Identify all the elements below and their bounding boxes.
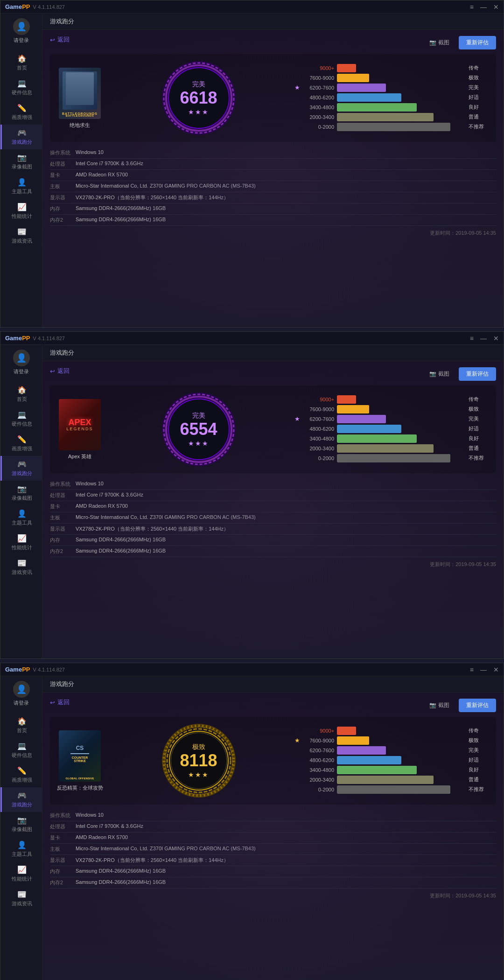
sidebar-label-hardware-3: 硬件信息	[12, 752, 32, 759]
sidebar-item-home-2[interactable]: 🏠首页	[0, 382, 42, 406]
back-button-2[interactable]: ↩ 返回	[50, 367, 70, 375]
pyramid-bar-wrap-5	[337, 444, 466, 453]
sidebar-item-enhance-1[interactable]: ✏️ 画质增强	[0, 100, 42, 125]
pyramid-bar-wrap-3	[337, 756, 466, 764]
reeval-button-3[interactable]: 重新评估	[459, 699, 496, 712]
sidebar-item-tools-3[interactable]: 👤主题工具	[0, 837, 42, 861]
pyramid-bar-wrap-2	[337, 746, 466, 755]
login-text-1[interactable]: 请登录	[14, 37, 29, 44]
main-layout-3: 👤 请登录 🏠首页 💻硬件信息 ✏️画质增强 🎮游戏跑分 📷录像截图 👤主题工具…	[0, 676, 504, 980]
spec-row-0: 操作系统Windows 10	[50, 481, 496, 490]
title-bar-3: GamePP V 4.1.114.827 ≡ — ✕	[0, 663, 504, 676]
sidebar-item-record-3[interactable]: 📷录像截图	[0, 812, 42, 837]
close-icon-1[interactable]: ✕	[493, 3, 499, 11]
score-label-2: 完美	[180, 412, 217, 420]
spec-value-6: Samsung DDR4-2666(2666MHz) 16GB	[76, 879, 166, 886]
sidebar-item-score-2[interactable]: 🎮游戏跑分	[0, 456, 42, 481]
main-layout-1: 👤 请登录 🏠 首页 💻 硬件信息 ✏️ 画质增强 🎮 游戏跑分 📷 录像	[0, 14, 504, 327]
tools-icon-2: 👤	[17, 509, 27, 518]
sidebar-item-enhance-3[interactable]: ✏️画质增强	[0, 763, 42, 787]
sidebar-item-tools-1[interactable]: 👤 主题工具	[0, 174, 42, 199]
sidebar-item-news-2[interactable]: 📰游戏资讯	[0, 555, 42, 580]
sidebar-item-home-1[interactable]: 🏠 首页	[0, 50, 42, 75]
screenshot-button-1[interactable]: 📷 截图	[429, 39, 449, 47]
back-button-1[interactable]: ↩ 返回	[50, 35, 70, 44]
reeval-button-1[interactable]: 重新评估	[459, 36, 496, 49]
spec-value-0: Windows 10	[76, 812, 104, 819]
sidebar-item-perf-1[interactable]: 📈 性能统计	[0, 199, 42, 224]
pyramid-range-3: 4800-6200	[301, 757, 334, 763]
reeval-button-2[interactable]: 重新评估	[459, 367, 496, 381]
pyramid-range-1: 7600-9000	[301, 75, 334, 81]
spec-label-2: 显卡	[50, 834, 76, 841]
sidebar-label-news-2: 游戏资讯	[12, 569, 32, 576]
spec-row-3: 主板Micro-Star International Co, Ltd. Z370…	[50, 183, 496, 192]
sidebar-label-record-2: 录像截图	[12, 495, 32, 502]
sidebar-item-hardware-1[interactable]: 💻 硬件信息	[0, 75, 42, 100]
pyramid-bar-wrap-6	[337, 123, 466, 131]
pyramid-section-2: 9000+传奇7600-9000极致★6200-7600完美4800-6200好…	[294, 395, 490, 464]
minimize-icon-2[interactable]: —	[480, 335, 487, 342]
pyramid-bar-1	[337, 74, 369, 82]
spec-row-2: 显卡AMD Radeon RX 5700	[50, 172, 496, 181]
back-label-2: 返回	[57, 367, 70, 375]
spec-value-4: VX2780-2K-PRO（当前分辨率：2560×1440 当前刷新率：144H…	[76, 857, 229, 864]
back-button-3[interactable]: ↩ 返回	[50, 698, 70, 707]
sidebar-item-news-1[interactable]: 📰 游戏资讯	[0, 224, 42, 248]
pyramid-range-6: 0-2000	[301, 455, 334, 461]
menu-icon-3[interactable]: ≡	[470, 666, 474, 673]
title-bar-controls-3[interactable]: ≡ — ✕	[470, 666, 499, 673]
sidebar-item-tools-2[interactable]: 👤主题工具	[0, 505, 42, 530]
title-bar-controls-2[interactable]: ≡ — ✕	[470, 335, 499, 342]
login-text-3[interactable]: 请登录	[14, 700, 29, 707]
sidebar-item-score-1[interactable]: 🎮 游戏跑分	[0, 125, 42, 149]
spec-row-1: 处理器Intel Core i7 9700K & 3.6GHz	[50, 823, 496, 833]
spec-row-1: 处理器Intel Core i7 9700K & 3.6GHz	[50, 492, 496, 501]
pyramid-range-5: 2000-3400	[301, 446, 334, 451]
screenshot-button-2[interactable]: 📷 截图	[429, 370, 449, 378]
pyramid-row-6: 0-2000不推荐	[294, 123, 490, 131]
sidebar-item-news-3[interactable]: 📰游戏资讯	[0, 886, 42, 911]
sidebar-2: 👤 请登录 🏠首页 💻硬件信息 ✏️画质增强 🎮游戏跑分 📷录像截图 👤主题工具…	[0, 345, 42, 658]
minimize-icon-3[interactable]: —	[480, 666, 487, 673]
screenshot-button-3[interactable]: 📷 截图	[429, 701, 449, 709]
sidebar-item-hardware-3[interactable]: 💻硬件信息	[0, 738, 42, 763]
spec-row-3: 主板Micro-Star International Co, Ltd. Z370…	[50, 846, 496, 855]
score-circle-2: 完美 6554 ★★★	[161, 392, 236, 467]
game-name-1: 绝地求生	[70, 122, 90, 129]
score-circle-wrap-1: 完美 6618 ★★★	[117, 61, 280, 135]
sidebar-item-record-1[interactable]: 📷 录像截图	[0, 149, 42, 174]
sidebar-item-record-2[interactable]: 📷录像截图	[0, 481, 42, 505]
sidebar-item-home-3[interactable]: 🏠首页	[0, 713, 42, 738]
pyramid-range-3: 4800-6200	[301, 426, 334, 432]
pyramid-label-3: 好适	[469, 425, 490, 432]
camera-icon-1: 📷	[429, 39, 436, 46]
spec-label-0: 操作系统	[50, 812, 76, 819]
sidebar-item-enhance-2[interactable]: ✏️画质增强	[0, 431, 42, 456]
section-title-2: 游戏跑分	[50, 349, 74, 356]
sidebar-item-perf-3[interactable]: 📈性能统计	[0, 861, 42, 886]
enhance-icon-3: ✏️	[17, 766, 27, 775]
score-label-3: 极致	[180, 743, 217, 751]
sidebar-item-hardware-2[interactable]: 💻硬件信息	[0, 406, 42, 431]
title-bar-left-3: GamePP V 4.1.114.827	[5, 666, 65, 673]
title-bar-controls-1[interactable]: ≡ — ✕	[470, 3, 499, 11]
pyramid-bar-2	[337, 415, 386, 423]
logo-2: GamePP	[5, 335, 30, 342]
sidebar-item-score-3[interactable]: 🎮游戏跑分	[0, 787, 42, 812]
minimize-icon-1[interactable]: —	[480, 3, 487, 11]
record-icon-1: 📷	[17, 153, 27, 162]
perf-icon-1: 📈	[17, 203, 27, 211]
sidebar-label-tools-2: 主题工具	[12, 519, 32, 526]
avatar-2: 👤	[13, 350, 30, 366]
game-cover-img-3: CS COUNTERSTRIKE GLOBAL OFFENSIVE	[59, 730, 101, 782]
sidebar-item-perf-2[interactable]: 📈性能统计	[0, 530, 42, 555]
menu-icon-2[interactable]: ≡	[470, 335, 474, 342]
close-icon-3[interactable]: ✕	[493, 666, 499, 673]
menu-icon-1[interactable]: ≡	[470, 3, 474, 11]
spec-section-1: 操作系统Windows 10处理器Intel Core i7 9700K & 3…	[50, 149, 496, 226]
login-text-2[interactable]: 请登录	[14, 368, 29, 375]
sidebar-label-tools-3: 主题工具	[12, 851, 32, 858]
pyramid-bar-wrap-2	[337, 84, 466, 92]
close-icon-2[interactable]: ✕	[493, 335, 499, 342]
